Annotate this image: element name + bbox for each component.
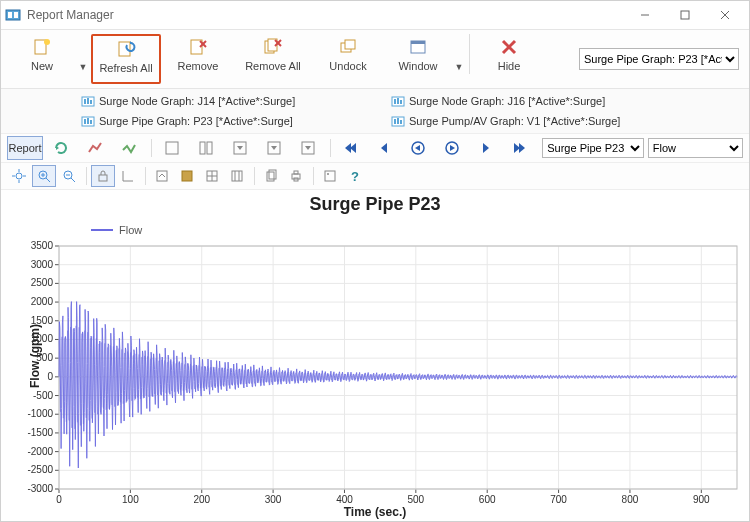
open-reports-row: Surge Node Graph: J14 [*Active*:Surge] S…: [1, 89, 749, 134]
svg-rect-34: [87, 118, 89, 124]
svg-rect-31: [400, 100, 402, 104]
new-split-button[interactable]: New ▼: [7, 34, 89, 84]
table-button[interactable]: [200, 165, 224, 187]
maximize-button[interactable]: [665, 1, 705, 29]
pan-button[interactable]: [7, 165, 31, 187]
hide-icon: [499, 37, 519, 57]
tab-surge-pipe-p23[interactable]: Surge Pipe Graph: P23 [*Active*:Surge]: [81, 112, 381, 130]
tab-label: Surge Pipe Graph: P23 [*Active*:Surge]: [99, 115, 293, 127]
new-dropdown-caret[interactable]: ▼: [77, 62, 89, 72]
svg-marker-45: [237, 146, 243, 150]
report-icon: [81, 114, 95, 128]
settings-2-button[interactable]: [190, 136, 222, 160]
window-dropdown-caret[interactable]: ▼: [453, 62, 465, 72]
prev-button[interactable]: [368, 136, 400, 160]
close-button[interactable]: [705, 1, 745, 29]
separator: [254, 167, 255, 185]
play-back-button[interactable]: [402, 136, 434, 160]
remove-all-button[interactable]: Remove All: [235, 34, 311, 84]
graph-selector-select[interactable]: Surge Pipe Graph: P23 [*Active*: [579, 48, 739, 70]
svg-rect-26: [87, 98, 89, 104]
refresh-button[interactable]: [45, 136, 77, 160]
svg-text:300: 300: [265, 494, 282, 505]
svg-text:3000: 3000: [31, 259, 54, 270]
window-label: Window: [398, 60, 437, 72]
dropdown-2[interactable]: [258, 136, 290, 160]
zoom-out-button[interactable]: [57, 165, 81, 187]
export-button[interactable]: [150, 165, 174, 187]
svg-rect-83: [267, 172, 274, 181]
svg-rect-75: [157, 171, 167, 181]
dropdown-3[interactable]: [292, 136, 324, 160]
svg-text:600: 600: [479, 494, 496, 505]
remove-button[interactable]: Remove: [165, 34, 231, 84]
settings-1-button[interactable]: [156, 136, 188, 160]
tab-surge-node-j16[interactable]: Surge Node Graph: J16 [*Active*:Surge]: [391, 92, 691, 110]
remove-all-icon: [263, 37, 283, 57]
last-button[interactable]: [504, 136, 536, 160]
svg-marker-49: [305, 146, 311, 150]
svg-text:200: 200: [193, 494, 210, 505]
help-button[interactable]: ?: [343, 165, 367, 187]
svg-marker-57: [483, 143, 489, 153]
chart-area: Surge Pipe P23 Flow Flow (gpm) Time (sec…: [1, 190, 749, 521]
refresh-all-button[interactable]: Refresh All: [91, 34, 161, 84]
options-button[interactable]: [318, 165, 342, 187]
svg-rect-76: [182, 171, 192, 181]
undock-icon: [338, 37, 358, 57]
tab-label: Surge Pump/AV Graph: V1 [*Active*:Surge]: [409, 115, 620, 127]
report-icon: [81, 94, 95, 108]
print-button[interactable]: [284, 165, 308, 187]
separator: [151, 139, 152, 157]
svg-text:800: 800: [622, 494, 639, 505]
svg-marker-56: [450, 145, 455, 151]
svg-rect-9: [119, 42, 130, 56]
svg-text:0: 0: [56, 494, 62, 505]
svg-rect-43: [207, 142, 212, 154]
svg-rect-21: [411, 41, 425, 44]
separator: [313, 167, 314, 185]
tab-label: Surge Node Graph: J16 [*Active*:Surge]: [409, 95, 605, 107]
chart-plot: 0100200300400500600700800900-3000-2500-2…: [1, 190, 749, 521]
minimize-button[interactable]: [625, 1, 665, 29]
grid-button[interactable]: [225, 165, 249, 187]
graph-selector[interactable]: Surge Pipe Graph: P23 [*Active*: [579, 48, 739, 70]
svg-rect-30: [397, 98, 399, 104]
report-button[interactable]: Report: [7, 136, 43, 160]
svg-point-8: [44, 39, 50, 45]
svg-text:900: 900: [693, 494, 710, 505]
property-select[interactable]: Flow: [648, 138, 743, 158]
next-button[interactable]: [470, 136, 502, 160]
undock-button[interactable]: Undock: [315, 34, 381, 84]
axis-auto-button[interactable]: [116, 165, 140, 187]
axis-lock-button[interactable]: [91, 165, 115, 187]
tab-surge-pump-v1[interactable]: Surge Pump/AV Graph: V1 [*Active*:Surge]: [391, 112, 691, 130]
zoom-in-button[interactable]: [32, 165, 56, 187]
play-fwd-button[interactable]: [436, 136, 468, 160]
report-toolbar: Report Surge Pipe P23 Flow: [1, 134, 749, 163]
svg-rect-2: [14, 12, 18, 18]
pipe-select[interactable]: Surge Pipe P23: [542, 138, 644, 158]
svg-text:3500: 3500: [31, 240, 54, 251]
svg-text:400: 400: [336, 494, 353, 505]
chart-sub-button[interactable]: [113, 136, 145, 160]
svg-rect-84: [269, 170, 276, 179]
copy-button[interactable]: [259, 165, 283, 187]
svg-text:-500: -500: [33, 390, 53, 401]
window-split-button[interactable]: Window ▼: [383, 34, 465, 84]
save-button[interactable]: [175, 165, 199, 187]
chart-type-button[interactable]: [79, 136, 111, 160]
window-title: Report Manager: [27, 8, 625, 22]
svg-text:1500: 1500: [31, 315, 54, 326]
svg-rect-41: [166, 142, 178, 154]
separator: [86, 167, 87, 185]
svg-text:-1000: -1000: [27, 408, 53, 419]
app-icon: [5, 7, 21, 23]
tab-surge-node-j14[interactable]: Surge Node Graph: J14 [*Active*:Surge]: [81, 92, 381, 110]
hide-button[interactable]: Hide: [476, 34, 542, 84]
dropdown-1[interactable]: [224, 136, 256, 160]
refresh-all-label: Refresh All: [99, 62, 152, 74]
svg-rect-25: [84, 99, 86, 104]
separator: [145, 167, 146, 185]
first-button[interactable]: [334, 136, 366, 160]
